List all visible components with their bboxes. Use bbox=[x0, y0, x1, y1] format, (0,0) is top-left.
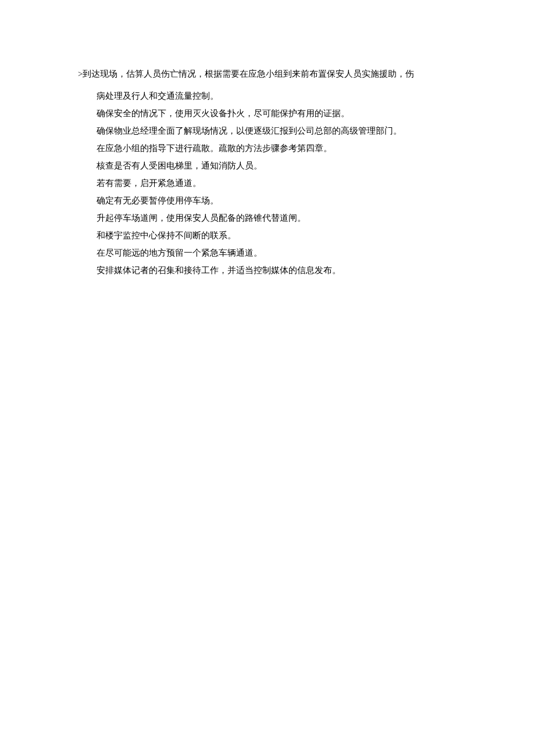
list-item: 确定有无必要暂停使用停车场。 bbox=[97, 192, 477, 209]
list-item: 和楼宇监控中心保持不间断的联系。 bbox=[97, 227, 477, 244]
list-item: 若有需要，启开紧急通道。 bbox=[97, 174, 477, 192]
list-item: 在应急小组的指导下进行疏散。疏散的方法步骤参考第四章。 bbox=[97, 139, 477, 157]
list-item: 核查是否有人受困电梯里，通知消防人员。 bbox=[97, 157, 477, 174]
list-item: 确保安全的情况下，使用灭火设备扑火，尽可能保护有用的证据。 bbox=[97, 105, 477, 122]
list-item: 在尽可能远的地方预留一个紧急车辆通道。 bbox=[97, 244, 477, 261]
list-item: 安排媒体记者的召集和接待工作，并适当控制媒体的信息发布。 bbox=[97, 261, 477, 279]
lead-paragraph: >到达现场，估算人员伤亡情况，根据需要在应急小组到来前布置保安人员实施援助，伤 bbox=[78, 65, 477, 83]
list-item: 病处理及行人和交通流量控制。 bbox=[97, 87, 477, 105]
list-item: 确保物业总经理全面了解现场情况，以便逐级汇报到公司总部的高级管理部门。 bbox=[97, 122, 477, 139]
procedure-list: 病处理及行人和交通流量控制。 确保安全的情况下，使用灭火设备扑火，尽可能保护有用… bbox=[78, 87, 477, 279]
list-item: 升起停车场道闸，使用保安人员配备的路锥代替道闸。 bbox=[97, 209, 477, 227]
